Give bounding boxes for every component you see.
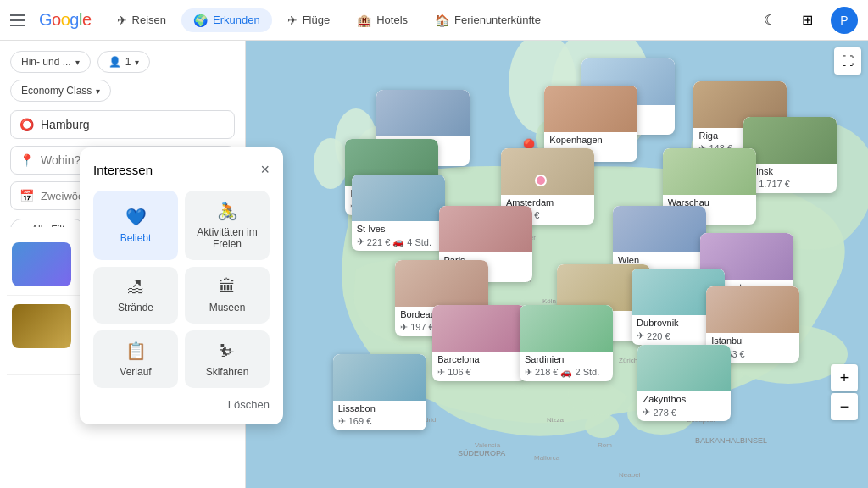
svg-text:Zürich: Zürich — [619, 357, 637, 364]
zakynthos-thumbnail — [637, 345, 731, 391]
map-pin-stives[interactable]: St Ives ✈221 € 🚗4 Std. — [352, 175, 445, 251]
google-logo: Google — [39, 10, 92, 30]
ferienwohnungen-icon: 🏠 — [435, 14, 449, 27]
svg-point-5 — [314, 138, 348, 189]
verlauf-icon: 📋 — [125, 341, 147, 361]
dest-icon: 📍 — [19, 153, 34, 167]
svg-point-10 — [585, 414, 619, 438]
interest-straende[interactable]: 🏖 Strände — [93, 267, 178, 324]
interests-title: Interessen — [93, 163, 153, 177]
svg-text:Neapel: Neapel — [619, 471, 641, 479]
interest-beliebt[interactable]: 💙 Beliebt — [93, 191, 178, 260]
wien-thumbnail — [613, 206, 706, 252]
museen-icon: 🏛 — [219, 277, 236, 297]
straende-icon: 🏖 — [127, 277, 144, 297]
interests-footer: Löschen — [93, 398, 270, 411]
origin-icon: ⭕ — [19, 118, 34, 131]
erkunden-icon: 🌍 — [193, 14, 208, 27]
edinburgh-thumbnail — [376, 90, 470, 136]
map-pin-barcelona[interactable]: Barcelona ✈106 € — [432, 305, 526, 381]
hotels-icon: 🏨 — [357, 14, 371, 27]
fluege-icon: ✈ — [287, 14, 298, 27]
zoom-in-button[interactable]: + — [831, 364, 858, 391]
dark-mode-button[interactable]: ☾ — [756, 7, 783, 34]
paris-thumbnail — [439, 206, 532, 252]
interest-museen[interactable]: 🏛 Museen — [185, 267, 270, 324]
beliebt-icon: 💙 — [125, 207, 147, 227]
interests-header: Interessen × — [93, 161, 270, 179]
minsk-thumbnail — [743, 117, 837, 164]
sardinien-thumbnail — [520, 305, 613, 352]
dest-thumbnail — [12, 304, 71, 348]
menu-icon[interactable] — [10, 14, 25, 26]
svg-text:Mallorca: Mallorca — [534, 454, 560, 462]
class-chevron: ▾ — [96, 86, 100, 96]
nav-tabs: ✈ Reisen 🌍 Erkunden ✈ Flüge 🏨 Hotels 🏠 F… — [105, 8, 553, 32]
svg-text:Valencia: Valencia — [475, 441, 501, 449]
svg-text:SÜDEUROPA: SÜDEUROPA — [458, 449, 505, 458]
map-pin-lissabon[interactable]: Lissabon ✈169 € — [333, 354, 426, 430]
svg-text:Köln: Köln — [542, 297, 556, 305]
barcelona-thumbnail — [432, 305, 526, 352]
map-pin-minsk[interactable]: Minsk ✈1.717 € — [743, 117, 837, 193]
amsterdam-thumbnail — [501, 148, 594, 195]
bordeaux-thumbnail — [395, 260, 488, 307]
interests-panel: Interessen × 💙 Beliebt 🚴 Aktivitäten im … — [80, 147, 283, 424]
dest-thumbnail — [12, 242, 71, 286]
tab-hotels[interactable]: 🏨 Hotels — [345, 8, 420, 32]
origin-input-row: ⭕ — [10, 110, 235, 139]
origin-input[interactable] — [41, 118, 225, 131]
top-filter-row: Hin- und ... ▾ 👤 1 ▾ Economy Class ▾ — [10, 51, 235, 102]
svg-text:Rom: Rom — [598, 441, 612, 449]
header-right: ☾ ⊞ P — [756, 7, 858, 34]
avatar[interactable]: P — [831, 7, 858, 34]
header: Google ✈ Reisen 🌍 Erkunden ✈ Flüge 🏨 Hot… — [0, 0, 868, 41]
tab-ferienwohnungen[interactable]: 🏠 Ferienunterkünfte — [423, 8, 553, 32]
map-pin-zakynthos[interactable]: Zakynthos ✈278 € — [637, 345, 731, 421]
fullscreen-button[interactable]: ⛶ — [834, 47, 861, 75]
calendar-icon: 📅 — [19, 189, 34, 202]
interest-skifahren[interactable]: ⛷ Skifahren — [185, 330, 270, 388]
warschau-thumbnail — [663, 148, 756, 195]
trip-type-chevron: ▾ — [75, 58, 80, 67]
map-pin-sardinien[interactable]: Sardinien ✈218 € 🚗2 Std. — [520, 305, 613, 381]
interests-close-button[interactable]: × — [260, 161, 270, 179]
tab-reisen[interactable]: ✈ Reisen — [105, 8, 178, 32]
svg-text:Nizza: Nizza — [547, 416, 565, 424]
kopenhagen-thumbnail — [544, 86, 637, 132]
zoom-out-button[interactable]: − — [831, 393, 858, 420]
skifahren-icon: ⛷ — [219, 341, 236, 361]
tab-fluege[interactable]: ✈ Flüge — [275, 8, 342, 32]
loeschen-button[interactable]: Löschen — [228, 398, 270, 411]
map-area[interactable]: SÜDEUROPA BALKANHALBINSEL Berlin Manches… — [246, 41, 868, 488]
class-filter[interactable]: Economy Class ▾ — [10, 80, 111, 102]
lissabon-thumbnail — [333, 354, 426, 401]
interest-aktivitaeten[interactable]: 🚴 Aktivitäten im Freien — [185, 191, 270, 260]
grid-button[interactable]: ⊞ — [793, 7, 821, 34]
istanbul-thumbnail — [706, 286, 799, 333]
map-controls: + − — [831, 364, 858, 420]
reisen-icon: ✈ — [117, 14, 127, 27]
svg-text:BALKANHALBINSEL: BALKANHALBINSEL — [695, 436, 767, 445]
interest-verlauf[interactable]: 📋 Verlauf — [93, 330, 178, 388]
aktivitaeten-icon: 🚴 — [217, 201, 238, 221]
tab-erkunden[interactable]: 🌍 Erkunden — [181, 8, 272, 32]
trip-type-filter[interactable]: Hin- und ... ▾ — [10, 51, 91, 73]
passengers-chevron: ▾ — [135, 58, 139, 67]
stives-thumbnail — [352, 175, 445, 221]
passengers-filter[interactable]: 👤 1 ▾ — [97, 51, 151, 73]
interests-grid: 💙 Beliebt 🚴 Aktivitäten im Freien 🏖 Strä… — [93, 191, 270, 388]
